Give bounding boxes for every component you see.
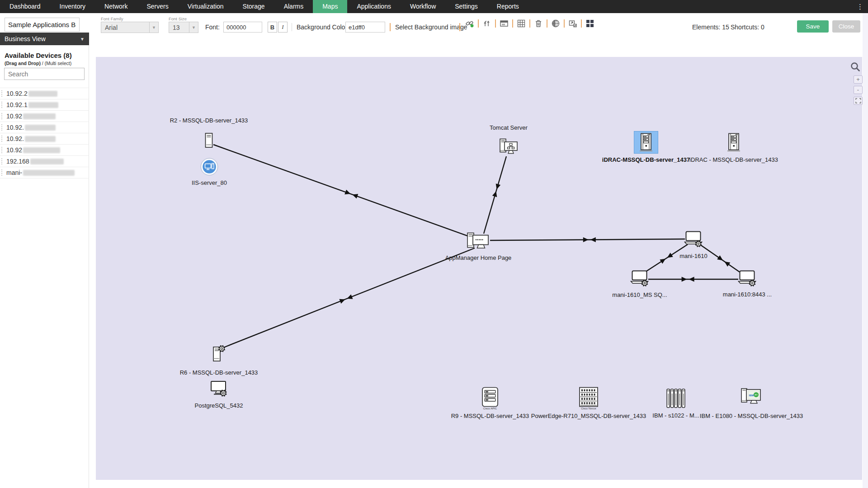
device-list-item[interactable]: 10.92	[0, 145, 89, 156]
globe-icon[interactable]	[551, 19, 561, 28]
redacted-text	[23, 113, 56, 119]
toolbar-separator	[495, 19, 496, 28]
map-node-ibm-s1022[interactable]	[665, 388, 686, 411]
map-node-mani-1610[interactable]	[684, 231, 703, 249]
laptop-gear-icon	[684, 231, 703, 247]
tiles-icon[interactable]	[585, 19, 595, 28]
trash-icon[interactable]	[533, 19, 543, 28]
nav-tab-alarms[interactable]: Alarms	[274, 0, 313, 13]
available-devices-heading: Available Devices (8)	[5, 52, 72, 59]
map-node-label-appmanager: AppManager Home Page	[445, 254, 512, 261]
window-icon[interactable]	[499, 19, 509, 28]
device-list-item[interactable]: 192.168	[0, 156, 89, 167]
tower-gear-icon	[212, 345, 226, 363]
nav-tab-storage[interactable]: Storage	[233, 0, 274, 13]
map-node-label-mani-1610-8443: mani-1610:8443 ...	[723, 291, 772, 298]
kebab-menu-icon[interactable]: ⋮	[857, 0, 863, 13]
font-color-input[interactable]	[223, 22, 262, 33]
device-list-item[interactable]: 10.92.	[0, 133, 89, 145]
drag-handle-icon	[1, 113, 3, 119]
device-list: 10.92.210.92.110.9210.92.10.92.10.92192.…	[0, 88, 89, 178]
device-list-item[interactable]: 10.92.2	[0, 88, 89, 99]
device-list-item[interactable]: 10.92	[0, 111, 89, 122]
svg-text:IBM: IBM	[749, 394, 754, 397]
close-button[interactable]: Close	[832, 20, 860, 33]
laptop-gear-icon	[630, 270, 649, 286]
device-list-item[interactable]: 10.92.1	[0, 99, 89, 111]
workstation-dots-icon	[467, 232, 490, 250]
device-search-input[interactable]	[4, 68, 85, 80]
magnifier-icon[interactable]	[850, 61, 861, 74]
device-list-item[interactable]: 10.92.	[0, 122, 89, 133]
drag-handle-icon	[1, 124, 3, 131]
layout-arrows-icon[interactable]	[482, 19, 492, 28]
toolbar-separator	[478, 19, 479, 28]
nav-tab-settings[interactable]: Settings	[445, 0, 487, 13]
top-nav: DashboardInventoryNetworkServersVirtuali…	[0, 0, 868, 13]
map-node-r9[interactable]: Cisco APIC	[481, 387, 499, 412]
map-node-ibm-e1080[interactable]: IBMAIX	[741, 387, 762, 408]
italic-button[interactable]: I	[278, 22, 288, 33]
toolbar-separator	[390, 23, 391, 31]
map-node-iis[interactable]	[200, 158, 218, 178]
elements-count: Elements: 15	[692, 23, 729, 31]
tower-server-icon	[204, 133, 213, 148]
redacted-text	[23, 170, 75, 176]
redacted-text	[28, 102, 58, 108]
laptop-gear-icon	[738, 270, 757, 286]
font-family-select[interactable]: Arial▼	[101, 22, 159, 33]
nav-tab-applications[interactable]: Applications	[347, 0, 401, 13]
font-size-select[interactable]: 13▼	[169, 22, 198, 33]
grid-icon[interactable]	[516, 19, 526, 28]
svg-text:Cisco APIC: Cisco APIC	[483, 407, 497, 410]
drag-handle-icon	[1, 90, 3, 97]
map-node-mani-1610-mssql[interactable]	[630, 270, 649, 288]
font-family-label: Font Family	[101, 16, 123, 21]
background-color-input[interactable]	[345, 22, 385, 33]
zoom-out-button[interactable]: -	[854, 86, 863, 94]
map-node-label-idrac-1433: iDRAC - MSSQL-DB-server_1433	[689, 156, 778, 163]
redacted-text	[25, 136, 56, 142]
map-canvas[interactable]: R2 - MSSQL-DB-server_1433IIS-server_80To…	[96, 57, 862, 480]
business-view-selector[interactable]: Business View ▼	[0, 33, 89, 45]
font-size-label: Font Size	[169, 16, 187, 21]
map-node-idrac-1433[interactable]	[726, 133, 741, 154]
window-scrollbar[interactable]	[863, 13, 868, 488]
nav-tab-virtualization[interactable]: Virtualization	[178, 0, 233, 13]
map-node-postgresql[interactable]	[210, 380, 227, 399]
save-button[interactable]: Save	[797, 20, 829, 33]
device-list-item[interactable]: mani-	[0, 167, 89, 178]
nav-tab-reports[interactable]: Reports	[487, 0, 528, 13]
fit-to-screen-button[interactable]	[854, 97, 863, 105]
toolbar-separator	[547, 19, 547, 28]
nav-tab-network[interactable]: Network	[95, 0, 137, 13]
chevron-down-icon: ▼	[149, 22, 158, 33]
export-select-icon[interactable]	[568, 19, 578, 28]
tomcat-workstation-icon	[499, 138, 519, 155]
sidebar: Business View ▼ Available Devices (8) (D…	[0, 33, 89, 488]
nav-tab-dashboard[interactable]: Dashboard	[0, 0, 50, 13]
view-name-input[interactable]	[5, 18, 80, 32]
map-node-poweredge[interactable]: Cisco Nexus	[578, 387, 599, 412]
map-node-idrac-1437-selected[interactable]	[634, 131, 658, 154]
link-icon[interactable]	[465, 19, 475, 28]
redacted-text	[30, 159, 64, 164]
map-node-r6[interactable]	[212, 345, 226, 365]
map-node-mani-1610-8443[interactable]	[738, 270, 757, 288]
zoom-in-button[interactable]: +	[854, 75, 863, 84]
nav-tab-maps[interactable]: Maps	[313, 0, 347, 13]
chevron-down-icon: ▼	[80, 37, 85, 42]
ibm-aix-workstation-icon: IBMAIX	[741, 387, 762, 406]
map-node-r2[interactable]	[204, 133, 213, 150]
map-node-tomcat[interactable]	[499, 138, 519, 157]
device-label: 10.92	[6, 146, 22, 154]
select-background-image-button[interactable]: Select Background image	[395, 23, 467, 31]
cisco-apic-icon: Cisco APIC	[481, 387, 499, 410]
nav-tab-inventory[interactable]: Inventory	[50, 0, 95, 13]
toolbar-separator	[529, 19, 530, 28]
map-node-appmanager[interactable]	[467, 232, 490, 252]
nav-tab-servers[interactable]: Servers	[137, 0, 178, 13]
bold-button[interactable]: B	[268, 22, 277, 33]
device-label: 192.168	[6, 158, 29, 165]
nav-tab-workflow[interactable]: Workflow	[401, 0, 445, 13]
